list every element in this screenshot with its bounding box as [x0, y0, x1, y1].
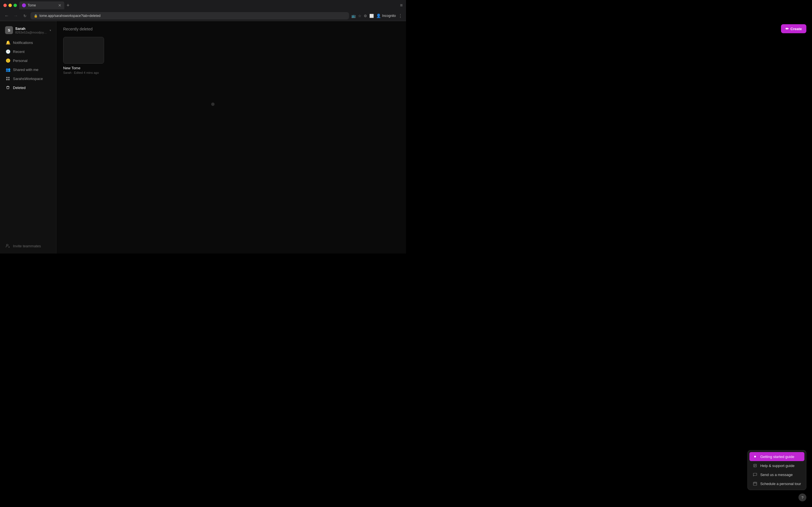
- invite-label: Invite teammates: [13, 244, 41, 248]
- svg-rect-2: [6, 79, 8, 80]
- page-title: Recently deleted: [63, 27, 399, 31]
- tome-thumbnail: [63, 37, 104, 64]
- toolbar-right: 📺 ☆ ⚙ ⬜ 👤 Incognito ⋮: [351, 13, 403, 18]
- close-button[interactable]: [3, 4, 7, 7]
- active-tab[interactable]: Tome ✕: [19, 1, 64, 9]
- nav-spacer: [0, 92, 56, 241]
- add-person-icon: [6, 244, 10, 248]
- app-container: S Sarah 8263e52a@moodjoy.c... ▾ 🔔 Notifi…: [0, 21, 406, 253]
- sidebar: S Sarah 8263e52a@moodjoy.c... ▾ 🔔 Notifi…: [0, 21, 56, 253]
- tome-name: New Tome: [63, 66, 104, 70]
- user-name: Sarah: [15, 26, 47, 31]
- avatar: S: [5, 26, 13, 34]
- sidebar-item-label: Shared with me: [13, 68, 38, 72]
- tome-card[interactable]: New Tome Sarah · Edited 4 mins ago: [63, 37, 104, 74]
- main-content: Recently deleted New Tome Sarah · Edited…: [56, 21, 406, 253]
- sidebar-item-deleted[interactable]: Deleted: [2, 83, 54, 92]
- sidebar-item-label: SarahsWorkspace: [13, 76, 43, 81]
- person-icon: 🙂: [6, 58, 10, 63]
- tome-meta: Sarah · Edited 4 mins ago: [63, 71, 104, 74]
- lock-icon: 🔒: [34, 14, 38, 18]
- tome-grid: New Tome Sarah · Edited 4 mins ago: [63, 37, 399, 74]
- sidebar-item-shared[interactable]: 👥 Shared with me: [2, 65, 54, 74]
- sidebar-item-personal[interactable]: 🙂 Personal: [2, 56, 54, 65]
- svg-rect-0: [6, 77, 8, 78]
- incognito-badge: 👤 Incognito: [376, 13, 396, 18]
- chrome-menu-icon[interactable]: ⋮: [398, 13, 403, 18]
- invite-teammates-button[interactable]: Invite teammates: [2, 242, 54, 250]
- svg-rect-1: [8, 77, 10, 78]
- forward-button[interactable]: →: [12, 12, 19, 19]
- new-tab-button[interactable]: +: [65, 3, 71, 8]
- cast-icon: 📺: [351, 14, 356, 18]
- user-info: Sarah 8263e52a@moodjoy.c...: [15, 26, 47, 34]
- grid-icon: [6, 76, 10, 81]
- tab-title: Tome: [28, 3, 36, 7]
- browser-toolbar: ← → ↻ 🔒 tome.app/sarahsworkspace?tab=del…: [0, 11, 406, 21]
- sidebar-item-recent[interactable]: 🕐 Recent: [2, 47, 54, 56]
- incognito-label: Incognito: [382, 14, 396, 18]
- traffic-lights: [3, 4, 17, 7]
- tab-close-icon[interactable]: ✕: [58, 3, 61, 8]
- sidebar-item-label: Notifications: [13, 41, 33, 45]
- sidebar-item-workspace[interactable]: SarahsWorkspace: [2, 74, 54, 83]
- trash-icon: [6, 86, 10, 90]
- maximize-button[interactable]: [13, 4, 17, 7]
- sidebar-item-label: Recent: [13, 50, 24, 54]
- user-email: 8263e52a@moodjoy.c...: [15, 31, 47, 34]
- tab-bar: Tome ✕ +: [19, 1, 398, 9]
- sidebar-toggle-icon[interactable]: ⬜: [369, 14, 374, 18]
- tab-favicon: [22, 3, 26, 7]
- incognito-icon: 👤: [376, 13, 381, 18]
- refresh-button[interactable]: ↻: [21, 12, 28, 19]
- svg-rect-3: [8, 79, 10, 80]
- sidebar-item-notifications[interactable]: 🔔 Notifications: [2, 38, 54, 47]
- chevron-down-icon: ▾: [50, 29, 51, 32]
- window-menu-icon[interactable]: ≡: [400, 3, 403, 8]
- address-bar[interactable]: 🔒 tome.app/sarahsworkspace?tab=deleted: [31, 12, 349, 19]
- back-button[interactable]: ←: [3, 12, 10, 19]
- browser-chrome: Tome ✕ + ≡ ← → ↻ 🔒 tome.app/sarahsworksp…: [0, 0, 406, 21]
- people-icon: 👥: [6, 67, 10, 72]
- sidebar-item-label: Deleted: [13, 86, 26, 90]
- browser-titlebar: Tome ✕ + ≡: [0, 0, 406, 11]
- clock-icon: 🕐: [6, 49, 10, 54]
- user-section[interactable]: S Sarah 8263e52a@moodjoy.c... ▾: [2, 24, 54, 36]
- extensions-icon[interactable]: ⚙: [364, 14, 367, 18]
- sidebar-item-label: Personal: [13, 59, 28, 63]
- svg-point-4: [6, 244, 8, 246]
- minimize-button[interactable]: [8, 4, 12, 7]
- url-text: tome.app/sarahsworkspace?tab=deleted: [40, 14, 100, 18]
- bell-icon: 🔔: [6, 40, 10, 45]
- bookmark-icon[interactable]: ☆: [358, 14, 361, 18]
